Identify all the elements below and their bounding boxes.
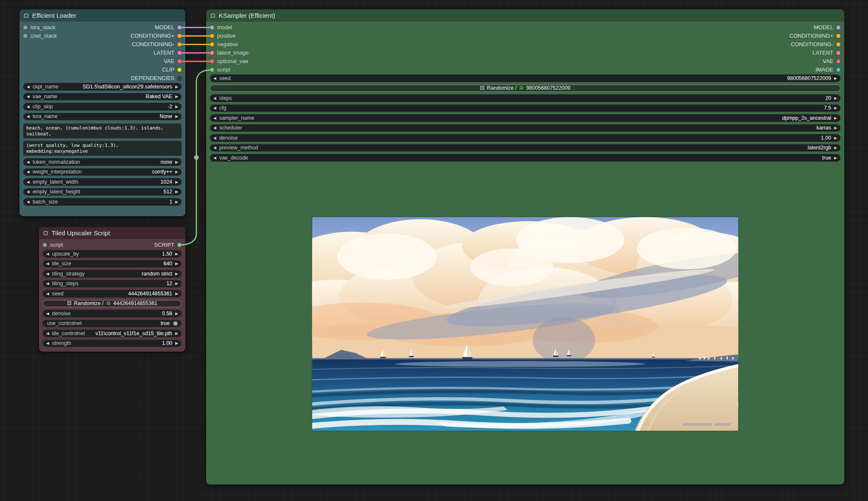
widget-batch-size[interactable]: ◀ batch_size 1 ▶	[23, 198, 182, 206]
prev-arrow-icon[interactable]: ◀	[213, 146, 216, 150]
widget-use-controlnet[interactable]: use_controlnet true	[43, 320, 182, 328]
node-title-bar[interactable]: Efficient Loader	[19, 9, 185, 22]
next-arrow-icon[interactable]: ▶	[175, 252, 178, 256]
next-arrow-icon[interactable]: ▶	[175, 200, 178, 204]
next-arrow-icon[interactable]: ▶	[834, 136, 837, 140]
widget-cfg[interactable]: ◀ cfg 7.5 ▶	[210, 105, 840, 112]
widget-clip-skip[interactable]: ◀ clip_skip -2 ▶	[23, 103, 182, 110]
prev-arrow-icon[interactable]: ◀	[27, 160, 30, 164]
output-port-model[interactable]	[836, 25, 840, 30]
node-graph-canvas[interactable]: { "app_title": "ComfyUI node graph", "ic…	[0, 0, 868, 501]
widget-ckpt-name[interactable]: ◀ ckpt_name SD1.5\sdSilicon_silicon29.sa…	[23, 83, 182, 91]
widget-empty-latent-width[interactable]: ◀ empty_latent_width 1024 ▶	[23, 178, 182, 186]
output-port-latent[interactable]	[836, 51, 840, 55]
next-arrow-icon[interactable]: ▶	[834, 146, 837, 150]
prev-arrow-icon[interactable]: ◀	[213, 126, 216, 130]
widget-seed[interactable]: ◀ seed 444264914855361 ▶	[43, 290, 182, 297]
node-title-bar[interactable]: Tiled Upscaler Script	[39, 227, 185, 239]
output-port-conditioning-minus[interactable]	[177, 42, 182, 47]
output-port-conditioning-plus[interactable]	[836, 34, 840, 38]
prev-arrow-icon[interactable]: ◀	[46, 281, 49, 286]
prev-arrow-icon[interactable]: ◀	[46, 252, 49, 256]
prev-arrow-icon[interactable]: ◀	[46, 331, 49, 336]
widget-tile-size[interactable]: ◀ tile_size 640 ▶	[43, 260, 182, 268]
prev-arrow-icon[interactable]: ◀	[46, 272, 49, 276]
next-arrow-icon[interactable]: ▶	[834, 126, 837, 130]
widget-vae-name[interactable]: ◀ vae_name Baked VAE ▶	[23, 93, 182, 101]
input-port-latent-image[interactable]	[210, 51, 214, 55]
next-arrow-icon[interactable]: ▶	[175, 292, 178, 296]
prev-arrow-icon[interactable]: ◀	[27, 190, 30, 194]
prev-arrow-icon[interactable]: ◀	[27, 105, 30, 109]
randomize-seed-button[interactable]: ⚄ Randomize / ♻ 980056807522009	[210, 85, 840, 92]
prev-arrow-icon[interactable]: ◀	[46, 311, 49, 316]
next-arrow-icon[interactable]: ▶	[175, 262, 178, 266]
output-port-vae[interactable]	[836, 59, 840, 63]
widget-seed[interactable]: ◀ seed 980056807522009 ▶	[210, 74, 840, 82]
next-arrow-icon[interactable]: ▶	[175, 170, 178, 174]
output-port-latent[interactable]	[177, 51, 182, 55]
negative-prompt-textarea[interactable]: (worst quality, low quality:1.3), embedd…	[23, 141, 182, 156]
widget-preview-method[interactable]: ◀ preview_method latent2rgb ▶	[210, 144, 840, 152]
node-collapse-icon[interactable]	[24, 14, 28, 18]
output-port-conditioning-minus[interactable]	[836, 42, 840, 47]
node-collapse-icon[interactable]	[211, 14, 215, 18]
next-arrow-icon[interactable]: ▶	[175, 114, 178, 118]
next-arrow-icon[interactable]: ▶	[834, 106, 837, 110]
next-arrow-icon[interactable]: ▶	[175, 94, 178, 99]
prev-arrow-icon[interactable]: ◀	[213, 106, 216, 110]
next-arrow-icon[interactable]: ▶	[175, 341, 178, 345]
input-port-model[interactable]	[210, 25, 214, 30]
next-arrow-icon[interactable]: ▶	[175, 180, 178, 184]
next-arrow-icon[interactable]: ▶	[175, 331, 178, 336]
next-arrow-icon[interactable]: ▶	[175, 105, 178, 109]
widget-token-normalization[interactable]: ◀ token_normalization none ▶	[23, 158, 182, 166]
prev-arrow-icon[interactable]: ◀	[213, 116, 216, 120]
next-arrow-icon[interactable]: ▶	[175, 281, 178, 286]
input-port-lora-stack[interactable]	[23, 25, 28, 30]
widget-empty-latent-height[interactable]: ◀ empty_latent_height 512 ▶	[23, 188, 182, 196]
prev-arrow-icon[interactable]: ◀	[46, 341, 49, 345]
widget-lora-name[interactable]: ◀ lora_name None ▶	[23, 113, 182, 121]
output-port-dependencies[interactable]	[177, 76, 182, 80]
next-arrow-icon[interactable]: ▶	[175, 160, 178, 164]
widget-weight-interpretation[interactable]: ◀ weight_interpretation comfy++ ▶	[23, 168, 182, 176]
toggle-knob[interactable]	[173, 321, 178, 326]
prev-arrow-icon[interactable]: ◀	[213, 136, 216, 140]
widget-strength[interactable]: ◀ strength 1.00 ▶	[43, 340, 182, 347]
widget-upscale-by[interactable]: ◀ upscale_by 1.50 ▶	[43, 250, 182, 258]
next-arrow-icon[interactable]: ▶	[834, 96, 837, 100]
prev-arrow-icon[interactable]: ◀	[46, 262, 49, 266]
next-arrow-icon[interactable]: ▶	[175, 311, 178, 316]
next-arrow-icon[interactable]: ▶	[175, 272, 178, 276]
widget-vae-decode[interactable]: ◀ vae_decode true ▶	[210, 154, 840, 162]
input-port-negative[interactable]	[210, 42, 214, 47]
next-arrow-icon[interactable]: ▶	[834, 76, 837, 80]
prev-arrow-icon[interactable]: ◀	[213, 76, 216, 80]
input-port-script[interactable]	[43, 243, 47, 247]
prev-arrow-icon[interactable]: ◀	[27, 170, 30, 174]
prev-arrow-icon[interactable]: ◀	[27, 200, 30, 204]
widget-tiling-steps[interactable]: ◀ tiling_steps 12 ▶	[43, 280, 182, 288]
widget-steps[interactable]: ◀ steps 20 ▶	[210, 94, 840, 102]
prev-arrow-icon[interactable]: ◀	[27, 94, 30, 99]
widget-tiling-strategy[interactable]: ◀ tiling_strategy random strict ▶	[43, 270, 182, 278]
widget-denoise[interactable]: ◀ denoise 1.00 ▶	[210, 134, 840, 142]
prev-arrow-icon[interactable]: ◀	[213, 156, 216, 160]
widget-scheduler[interactable]: ◀ scheduler karras ▶	[210, 124, 840, 132]
prev-arrow-icon[interactable]: ◀	[27, 85, 30, 89]
node-title-bar[interactable]: KSampler (Efficient)	[206, 9, 844, 22]
prev-arrow-icon[interactable]: ◀	[46, 292, 49, 296]
input-port-optional-vae[interactable]	[210, 59, 214, 63]
next-arrow-icon[interactable]: ▶	[834, 116, 837, 120]
input-port-positive[interactable]	[210, 34, 214, 38]
output-port-conditioning-plus[interactable]	[177, 34, 182, 38]
output-port-script[interactable]	[177, 243, 182, 247]
next-arrow-icon[interactable]: ▶	[175, 190, 178, 194]
node-collapse-icon[interactable]	[44, 231, 48, 235]
output-port-clip[interactable]	[177, 68, 182, 72]
prev-arrow-icon[interactable]: ◀	[213, 96, 216, 100]
randomize-seed-button[interactable]: ⚄ Randomize / ♻ 444264914855361	[43, 300, 182, 308]
prev-arrow-icon[interactable]: ◀	[27, 180, 30, 184]
input-port-script[interactable]	[210, 68, 214, 72]
